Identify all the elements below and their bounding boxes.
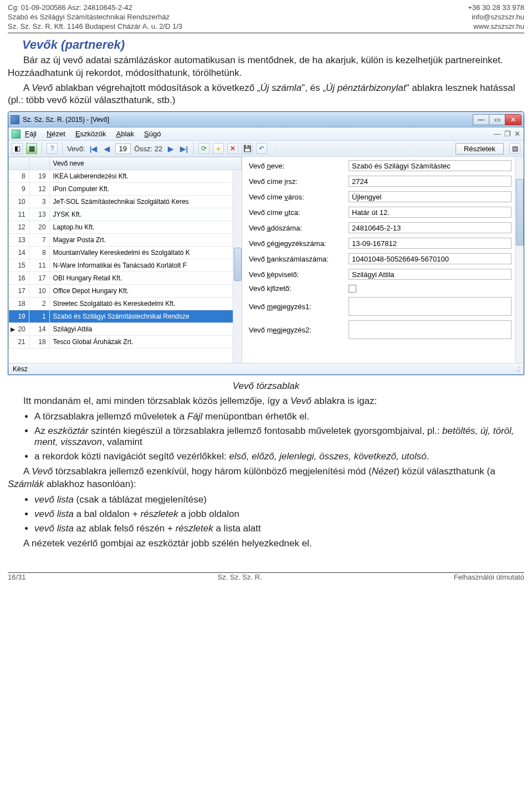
input-ceg[interactable]	[349, 238, 511, 249]
table-row[interactable]: 819IKEA Lakberendezési Kft.	[9, 170, 242, 183]
table-row[interactable]: 2118Tesco Global Áruházak Zrt.	[9, 336, 242, 349]
lbl-varos: Vevő címe város:	[249, 193, 349, 201]
table-row[interactable]: 148MountainValley Kereskedelmi és Szolgá…	[9, 247, 242, 259]
footer-mid: Sz. Sz. Sz. R.	[218, 573, 262, 581]
nav-next-icon[interactable]: ▶	[166, 145, 176, 153]
grid-header-name[interactable]: Vevő neve	[49, 157, 241, 170]
page-header: Cg: 01-09-200586 Asz: 24810645-2-42 Szab…	[8, 0, 524, 32]
current-row-marker-icon: ▶	[11, 326, 15, 333]
reload-icon[interactable]: ⟳	[198, 143, 209, 154]
toolbar-icon-1[interactable]: ◧	[12, 143, 23, 154]
resize-grip-icon[interactable]: .::	[517, 365, 519, 373]
window-title: Sz. Sz. Sz. R. (2015) - [Vevő]	[23, 116, 473, 124]
add-icon[interactable]: ＋	[213, 143, 224, 154]
para-4: A Vevő törzsablakra jellemző ezenkívül, …	[8, 465, 524, 491]
para-1: Bár az új vevő adatai számlázáskor autom…	[8, 54, 524, 80]
input-neve[interactable]	[349, 160, 511, 171]
menu-nezet[interactable]: Nézet	[47, 130, 65, 138]
mdi-restore-icon[interactable]: ❐	[504, 130, 511, 138]
lbl-utca: Vevő címe utca:	[249, 208, 349, 217]
bullet2-2: vevő lista a bal oldalon + részletek a j…	[34, 509, 524, 520]
titlebar[interactable]: Sz. Sz. Sz. R. (2015) - [Vevő] — ▭ ✕	[8, 112, 524, 127]
mdi-system-icon[interactable]	[12, 130, 21, 139]
menu-sugo[interactable]: Súgó	[144, 130, 161, 138]
lbl-kepv: Vevő képviselő:	[249, 270, 349, 279]
hdr-right2: info@szszszr.hu	[468, 13, 524, 22]
undo-icon[interactable]: ↶	[256, 143, 267, 154]
bullet2-3: vevő lista az ablak felső részén + részl…	[34, 523, 524, 534]
checkbox-kifizeto[interactable]	[349, 285, 356, 293]
maximize-button[interactable]: ▭	[489, 114, 505, 125]
bullet2-1: vevő lista (csak a táblázat megjelenítés…	[34, 494, 524, 505]
toolbar: ◧ ▦ ? Vevő: |◀ ◀ 19 Össz: 22 ▶ ▶| ⟳ ＋ ✕ …	[8, 141, 524, 157]
delete-icon[interactable]: ✕	[227, 143, 238, 154]
nav-last-icon[interactable]: ▶|	[179, 145, 189, 153]
lbl-m2: Vevő megjegyzés2:	[249, 326, 349, 334]
table-row[interactable]: 137Magyar Posta Zrt.	[9, 234, 242, 247]
page-footer: 16/31 Sz. Sz. Sz. R. Felhasználói útmuta…	[8, 572, 524, 581]
help-icon[interactable]: ?	[47, 143, 58, 154]
menu-fajl[interactable]: Fájl	[25, 130, 37, 138]
footer-left: 16/31	[8, 573, 26, 581]
input-kepv[interactable]	[349, 269, 511, 280]
vevo-label: Vevő:	[67, 145, 85, 153]
bullet-2: Az eszköztár szintén kiegészül a törzsab…	[34, 426, 524, 448]
close-button[interactable]: ✕	[505, 114, 521, 125]
table-row[interactable]: 2014Szilágyi Attila	[9, 323, 242, 336]
textarea-megj2[interactable]	[349, 320, 511, 339]
lbl-bank: Vevő bankszámlaszáma:	[249, 255, 349, 263]
mdi-close-icon[interactable]: ✕	[514, 130, 520, 138]
hdr-left2: Szabó és Szilágyi Számítástechnikai Rend…	[8, 13, 182, 22]
hdr-left1: Cg: 01-09-200586 Asz: 24810645-2-42	[8, 3, 182, 13]
para-5: A nézetek vezérlő gombjai az eszköztár j…	[8, 537, 524, 550]
section-title: Vevők (partnerek)	[22, 38, 524, 52]
table-row[interactable]: 191Szabó és Szilágyi Számítástechnikai R…	[9, 310, 242, 323]
total-label: Össz: 22	[134, 145, 162, 153]
hdr-left3: Sz. Sz. Sz. R. Kft. 1146 Budapest Cházár…	[8, 22, 182, 32]
hdr-right1: +36 30 28 33 978	[468, 3, 524, 13]
app-icon	[11, 115, 19, 124]
input-bank[interactable]	[349, 253, 511, 264]
input-ado[interactable]	[349, 222, 511, 233]
status-text: Kész	[13, 365, 28, 373]
table-row[interactable]: 103JeT-SOL Számítástechnikai Szolgáltató…	[9, 196, 242, 208]
lbl-m1: Vevő megjegyzés1:	[249, 303, 349, 311]
bullet-1: A törzsablakra jellemző műveletek a Fájl…	[34, 411, 524, 422]
view-mode-icon[interactable]: ▤	[509, 143, 520, 154]
input-irsz[interactable]	[349, 176, 511, 187]
lbl-irsz: Vevő címe irsz:	[249, 177, 349, 186]
textarea-megj1[interactable]	[349, 297, 511, 316]
input-utca[interactable]	[349, 207, 511, 218]
input-varos[interactable]	[349, 191, 511, 202]
table-row[interactable]: 182Streetec Szolgáltató és Kereskedelmi …	[9, 298, 242, 310]
table-row[interactable]: 1511N-Ware Informatikai és Tanácsadó Kor…	[9, 259, 242, 272]
customer-grid[interactable]: Vevő neve 819IKEA Lakberendezési Kft.912…	[8, 157, 242, 363]
table-row[interactable]: 1710Office Depot Hungary Kft.	[9, 285, 242, 298]
lbl-ceg: Vevő cégjegyzékszáma:	[249, 239, 349, 248]
figure-caption: Vevő törzsablak	[8, 381, 524, 392]
details-scrollbar[interactable]	[515, 157, 524, 363]
table-row[interactable]: 1113JYSK Kft.	[9, 208, 242, 221]
bullet-list-1: A törzsablakra jellemző műveletek a Fájl…	[34, 411, 524, 462]
lbl-neve: Vevő neve:	[249, 162, 349, 170]
toolbar-icon-2[interactable]: ▦	[26, 143, 37, 154]
nav-first-icon[interactable]: |◀	[89, 145, 99, 153]
nav-prev-icon[interactable]: ◀	[102, 145, 112, 153]
grid-scrollbar[interactable]	[233, 170, 242, 363]
app-window: Sz. Sz. Sz. R. (2015) - [Vevő] — ▭ ✕ Fáj…	[8, 111, 524, 375]
details-button[interactable]: Részletek	[456, 143, 504, 155]
menu-eszkozok[interactable]: Eszközök	[75, 130, 106, 138]
menu-ablak[interactable]: Ablak	[116, 130, 135, 138]
statusbar: Kész .::	[8, 363, 524, 375]
table-row[interactable]: 1220Laptop.hu Kft.	[9, 221, 242, 234]
para-3: Itt mondanám el, ami minden törzsablak k…	[8, 395, 524, 408]
table-row[interactable]: 912iPon Computer Kft.	[9, 183, 242, 196]
mdi-minimize-icon[interactable]: —	[494, 130, 501, 138]
details-panel: Vevő neve: Vevő címe irsz: Vevő címe vár…	[242, 157, 524, 363]
lbl-ado: Vevő adószáma:	[249, 224, 349, 232]
table-row[interactable]: 1617OBI Hungary Retail Kft.	[9, 272, 242, 285]
bullet-list-2: vevő lista (csak a táblázat megjelenítés…	[34, 494, 524, 534]
current-record-input[interactable]: 19	[115, 144, 131, 154]
minimize-button[interactable]: —	[473, 114, 489, 125]
save-icon[interactable]: 💾	[242, 143, 253, 154]
